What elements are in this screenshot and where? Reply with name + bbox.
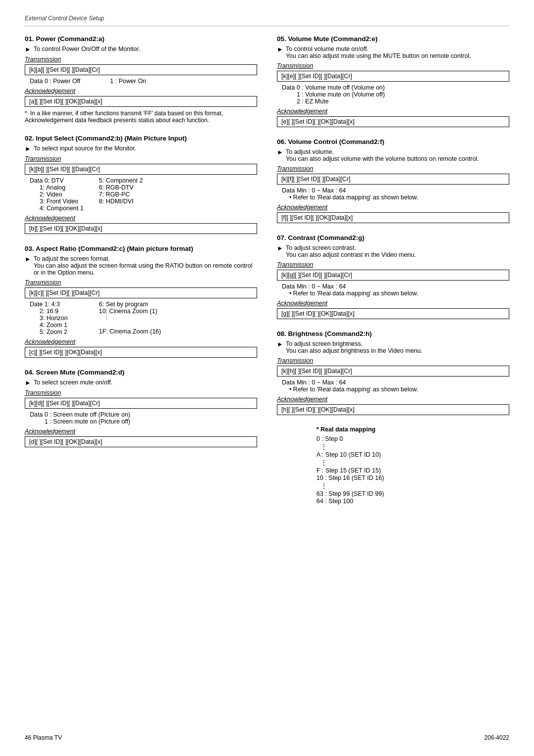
transmission-code-vol-mute: [k][e][ ][Set ID][ ][Data][Cr]	[277, 71, 509, 82]
transmission-label-brightness: Transmission	[277, 357, 509, 364]
screen-mute-description: ► To select screen mute on/off.	[25, 379, 257, 386]
transmission-label-screen-mute: Transmission	[25, 389, 257, 396]
data-list-aspect: Date 1: 4:3 2: 16:9 3: Horizon 4: Zoom 1…	[30, 301, 257, 335]
aspect-description: ► To adjust the screen format.You can al…	[25, 255, 257, 276]
real-data-row: 10 : Step 16 (SET ID 16)	[316, 474, 509, 481]
ack-label-contrast: Acknowledgement	[277, 300, 509, 307]
real-data-row: 0 : Step 0	[316, 435, 509, 442]
data-bullet-brightness: • Refer to 'Real data mapping' as shown …	[289, 386, 509, 393]
two-column-layout: 01. Power (Command2:a) ► To control Powe…	[25, 35, 509, 505]
data-bullet-contrast: • Refer to 'Real data mapping' as shown …	[289, 290, 509, 297]
right-column: 05. Volume Mute (Command2:e) ► To contro…	[277, 35, 509, 505]
real-data-row: F : Step 15 (SET ID 15)	[316, 467, 509, 474]
transmission-code-aspect: [k][c][ ][Set ID][ ][Data][Cr]	[25, 287, 257, 298]
data-list-contrast: Data Min : 0 ~ Max : 64 • Refer to 'Real…	[282, 283, 509, 297]
volume-control-description: ► To adjust volume.You can also adjust v…	[277, 148, 509, 162]
section-title-brightness: 08. Brightness (Command2:h)	[277, 330, 509, 337]
data-list-input: Data 0: DTV 1: Analog 2: Video 3: Front …	[30, 177, 257, 212]
page: External Control Device Setup 01. Power …	[0, 0, 534, 756]
arrow-icon: ►	[277, 244, 283, 252]
top-rule	[25, 26, 509, 26]
left-column: 01. Power (Command2:a) ► To control Powe…	[25, 35, 257, 505]
transmission-code-brightness: [k][h][ ][Set ID][ ][Data][Cr]	[277, 366, 509, 377]
real-data-title: * Real data mapping	[316, 426, 509, 433]
transmission-label-contrast: Transmission	[277, 261, 509, 268]
section-title-contrast: 07. Contrast (Command2:g)	[277, 234, 509, 241]
transmission-label-aspect: Transmission	[25, 279, 257, 286]
section-contrast: 07. Contrast (Command2:g) ► To adjust sc…	[277, 234, 509, 319]
page-header: External Control Device Setup	[25, 15, 509, 22]
ack-label-vol-ctrl: Acknowledgement	[277, 204, 509, 211]
asterisk-icon: *	[25, 110, 27, 117]
section-volume-mute: 05. Volume Mute (Command2:e) ► To contro…	[277, 35, 509, 127]
contrast-description: ► To adjust screen contrast.You can also…	[277, 244, 509, 258]
ack-label-aspect: Acknowledgement	[25, 338, 257, 345]
ack-code-input: [b][ ][Set ID][ ][OK][Data][x]	[25, 223, 257, 234]
transmission-label-vol-ctrl: Transmission	[277, 165, 509, 172]
input-select-description: ► To select input source for the Monitor…	[25, 145, 257, 152]
arrow-icon: ►	[277, 46, 283, 53]
ack-code-contrast: [g][ ][Set ID][ ][OK][Data][x]	[277, 308, 509, 319]
section-title-volume-mute: 05. Volume Mute (Command2:e)	[277, 35, 509, 43]
footnote-power: * In a like manner, if other functions t…	[25, 110, 257, 124]
data-list-power: Data 0 : Power Off 1 : Power On	[30, 78, 257, 85]
arrow-icon: ►	[25, 145, 31, 152]
data-list-screen-mute: Data 0 : Screen mute off (Picture on) 1 …	[30, 411, 257, 425]
section-title-screen-mute: 04. Screen Mute (Command2:d)	[25, 369, 257, 376]
power-description: ► To control Power On/Off of the Monitor…	[25, 46, 257, 53]
transmission-label-input: Transmission	[25, 155, 257, 162]
section-title-input-select: 02. Input Select (Command2:b) (Main Pict…	[25, 135, 257, 142]
section-screen-mute: 04. Screen Mute (Command2:d) ► To select…	[25, 369, 257, 447]
section-title-volume-control: 06. Volume Control (Command2:f)	[277, 138, 509, 145]
section-input-select: 02. Input Select (Command2:b) (Main Pict…	[25, 135, 257, 234]
transmission-code-screen-mute: [k][d][ ][Set ID][ ][Data][Cr]	[25, 398, 257, 409]
arrow-icon: ►	[25, 379, 31, 386]
real-data-row: 64 : Step 100	[316, 498, 509, 505]
transmission-label-vol-mute: Transmission	[277, 62, 509, 69]
data-list-vol-ctrl: Data Min : 0 ~ Max : 64 • Refer to 'Real…	[282, 187, 509, 201]
ack-label-vol-mute: Acknowledgement	[277, 108, 509, 115]
transmission-label-power: Transmission	[25, 56, 257, 63]
brightness-description: ► To adjust screen brightness.You can al…	[277, 340, 509, 354]
transmission-code-vol-ctrl: [k][f][ ][Set ID][ ][Data][Cr]	[277, 174, 509, 185]
section-title-aspect: 03. Aspect Ratio (Command2:c) (Main pict…	[25, 245, 257, 252]
section-power: 01. Power (Command2:a) ► To control Powe…	[25, 35, 257, 124]
arrow-icon: ►	[277, 148, 283, 156]
ack-code-vol-ctrl: [f][ ][Set ID][ ][OK][Data][x]	[277, 212, 509, 223]
arrow-icon: ►	[25, 46, 31, 53]
footer-right: 206-4022	[484, 734, 509, 741]
ellipsis3: ⋮	[320, 482, 509, 490]
section-brightness: 08. Brightness (Command2:h) ► To adjust …	[277, 330, 509, 415]
page-footer: 46 Plasma TV 206-4022	[25, 734, 509, 741]
ack-code-brightness: [h][ ][Set ID][ ][OK][Data][x]	[277, 404, 509, 415]
data-list-brightness: Data Min : 0 ~ Max : 64 • Refer to 'Real…	[282, 379, 509, 393]
ack-code-vol-mute: [e][ ][Set ID][ ][OK][Data][x]	[277, 116, 509, 127]
section-aspect-ratio: 03. Aspect Ratio (Command2:c) (Main pict…	[25, 245, 257, 358]
footer-left: 46 Plasma TV	[25, 734, 62, 741]
ack-label-input: Acknowledgement	[25, 215, 257, 222]
data-list-vol-mute: Data 0 : Volume mute off (Volume on) 1 :…	[282, 84, 509, 105]
ack-label-brightness: Acknowledgement	[277, 396, 509, 403]
real-data-row: A : Step 10 (SET ID 10)	[316, 451, 509, 458]
arrow-icon: ►	[25, 255, 31, 263]
real-data-mapping: * Real data mapping 0 : Step 0 ⋮ A : Ste…	[316, 426, 509, 505]
section-volume-control: 06. Volume Control (Command2:f) ► To adj…	[277, 138, 509, 223]
ellipsis2: ⋮	[320, 459, 509, 467]
ack-code-screen-mute: [d][ ][Set ID][ ][OK][Data][x]	[25, 436, 257, 447]
ack-label-screen-mute: Acknowledgement	[25, 428, 257, 435]
volume-mute-description: ► To control volume mute on/off.You can …	[277, 46, 509, 59]
ellipsis1: ⋮	[320, 443, 509, 451]
ack-label-power: Acknowledgement	[25, 88, 257, 94]
real-data-row: 63 : Step 99 (SET ID 99)	[316, 490, 509, 497]
ack-code-aspect: [c][ ][Set ID][ ][OK][Data][x]	[25, 347, 257, 358]
section-title-power: 01. Power (Command2:a)	[25, 35, 257, 43]
transmission-code-input: [k][b][ ][Set ID][ ][Data][Cr]	[25, 164, 257, 175]
arrow-icon: ►	[277, 340, 283, 348]
data-bullet-vol-ctrl: • Refer to 'Real data mapping' as shown …	[289, 194, 509, 201]
transmission-code-power: [k][a][ ][Set ID][ ][Data][Cr]	[25, 64, 257, 75]
ack-code-power: [a][ ][Set ID][ ][OK][Data][x]	[25, 96, 257, 107]
transmission-code-contrast: [k][g][ ][Set ID][ ][Data][Cr]	[277, 270, 509, 281]
